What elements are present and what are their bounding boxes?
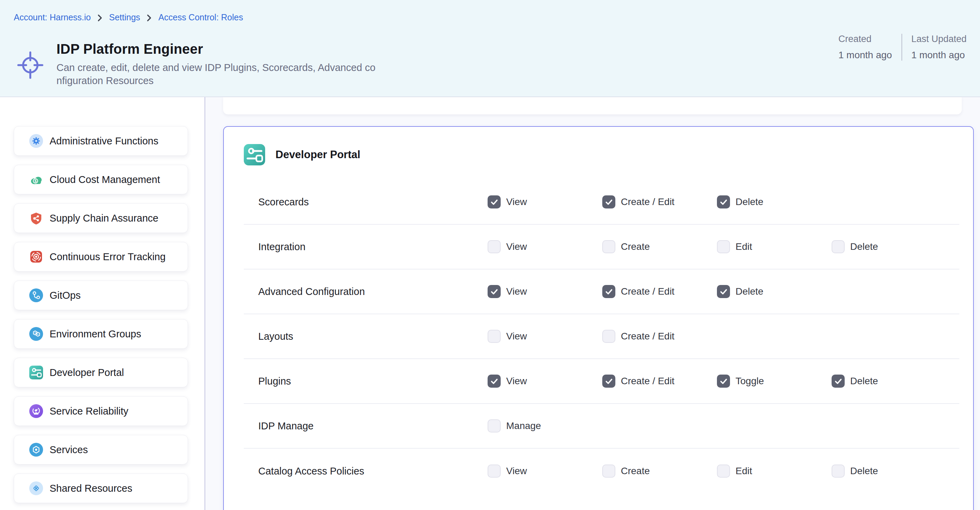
sidebar-item-gitops[interactable]: GitOps <box>14 280 188 310</box>
permission-label: Toggle <box>735 376 764 387</box>
permission-label: Edit <box>735 465 752 477</box>
permission-advanced-configuration-delete: Delete <box>717 285 832 298</box>
developer-portal-icon <box>244 144 265 166</box>
permission-plugins-view: View <box>488 375 602 388</box>
chevron-right-icon <box>147 14 152 22</box>
checkbox-create[interactable] <box>602 464 615 478</box>
breadcrumb-link-account-harness-io[interactable]: Account: Harness.io <box>14 13 91 22</box>
developer-portal-card: Developer Portal ScorecardsViewCreate / … <box>223 126 974 510</box>
checkbox-delete[interactable] <box>717 195 730 209</box>
permission-plugins-toggle: Toggle <box>717 375 832 388</box>
permission-label: Delete <box>735 286 764 297</box>
sidebar-item-environment-groups[interactable]: Environment Groups <box>14 319 188 349</box>
meta-created: Created1 month ago <box>838 34 902 61</box>
permission-catalog-access-policies-delete: Delete <box>832 464 946 478</box>
breadcrumb: Account: Harness.ioSettingsAccess Contro… <box>14 13 243 22</box>
permission-label: Create / Edit <box>621 196 675 207</box>
sidebar-item-supply-chain-assurance[interactable]: Supply Chain Assurance <box>14 203 188 233</box>
checkbox-view[interactable] <box>488 195 501 209</box>
page-header: Account: Harness.ioSettingsAccess Contro… <box>0 0 980 97</box>
checkbox-create-edit[interactable] <box>602 330 615 343</box>
permission-label: Delete <box>850 376 878 387</box>
permission-row-integration: IntegrationViewCreateEditDelete <box>244 225 959 269</box>
sidebar-item-continuous-error-tracking[interactable]: Continuous Error Tracking <box>14 242 188 271</box>
sidebar-item-label: GitOps <box>49 290 81 301</box>
sidebar-item-label: Administrative Functions <box>49 135 158 147</box>
checkbox-create[interactable] <box>602 240 615 253</box>
permission-row-plugins: PluginsViewCreate / EditToggleDelete <box>244 359 959 404</box>
permission-advanced-configuration-view: View <box>488 285 602 298</box>
breadcrumb-link-access-control-roles[interactable]: Access Control: Roles <box>158 13 243 22</box>
main-panel: Developer Portal ScorecardsViewCreate / … <box>205 97 980 510</box>
permission-scorecards-delete: Delete <box>717 195 832 209</box>
resource-sidebar: Administrative Functions$Cloud Cost Mana… <box>0 97 205 510</box>
page-title: IDP Platform Engineer <box>56 41 375 57</box>
permission-integration-create: Create <box>602 240 717 253</box>
checkbox-view[interactable] <box>488 240 501 253</box>
sidebar-item-label: Services <box>49 444 88 456</box>
checkbox-edit[interactable] <box>717 240 730 253</box>
sidebar-item-label: Environment Groups <box>49 328 141 340</box>
checkbox-view[interactable] <box>488 285 501 298</box>
permission-layouts-view: View <box>488 330 602 343</box>
meta-label: Last Updated <box>911 34 967 45</box>
sidebar-item-cloud-cost-management[interactable]: $Cloud Cost Management <box>14 165 188 194</box>
permission-idp-manage-manage: Manage <box>488 419 602 432</box>
resource-label: Scorecards <box>258 196 488 208</box>
role-description-line2: nfiguration Resources <box>56 74 375 87</box>
sidebar-item-label: Continuous Error Tracking <box>49 251 165 263</box>
checkbox-delete[interactable] <box>832 240 845 253</box>
checkbox-view[interactable] <box>488 330 501 343</box>
permission-label: Delete <box>850 465 878 477</box>
gitops-icon <box>29 288 43 302</box>
sidebar-item-services[interactable]: Services <box>14 435 188 464</box>
checkbox-view[interactable] <box>488 375 501 388</box>
chevron-right-icon <box>97 14 103 22</box>
previous-resource-card-fragment <box>223 97 962 115</box>
sidebar-item-administrative-functions[interactable]: Administrative Functions <box>14 126 188 156</box>
breadcrumb-link-settings[interactable]: Settings <box>109 13 140 22</box>
permission-layouts-create-edit: Create / Edit <box>602 330 717 343</box>
checkbox-delete[interactable] <box>832 464 845 478</box>
environment-groups-icon <box>29 327 43 341</box>
resource-label: Integration <box>258 241 488 253</box>
permission-integration-delete: Delete <box>832 240 946 253</box>
permission-row-idp-manage: IDP ManageManage <box>244 404 959 449</box>
sidebar-item-label: Cloud Cost Management <box>49 174 160 185</box>
checkbox-create-edit[interactable] <box>602 195 615 209</box>
resource-label: Advanced Configuration <box>258 286 488 297</box>
resource-label: IDP Manage <box>258 421 488 432</box>
admin-functions-icon <box>29 134 43 148</box>
permission-label: Create <box>621 241 650 252</box>
developer-portal-icon <box>29 366 43 379</box>
role-meta: Created1 month agoLast Updated1 month ag… <box>838 34 967 61</box>
sidebar-item-developer-portal[interactable]: Developer Portal <box>14 358 188 387</box>
error-tracking-icon <box>29 250 43 264</box>
permission-label: Edit <box>735 241 752 252</box>
permission-scorecards-view: View <box>488 195 602 209</box>
sidebar-item-label: Service Reliability <box>49 406 129 417</box>
checkbox-delete[interactable] <box>717 285 730 298</box>
meta-value: 1 month ago <box>911 49 967 61</box>
sidebar-item-shared-resources[interactable]: Shared Resources <box>14 473 188 503</box>
checkbox-toggle[interactable] <box>717 375 730 388</box>
meta-label: Created <box>838 34 892 45</box>
checkbox-view[interactable] <box>488 464 501 478</box>
permission-label: View <box>506 286 527 297</box>
services-icon <box>29 443 43 457</box>
meta-value: 1 month ago <box>838 49 892 61</box>
checkbox-create-edit[interactable] <box>602 375 615 388</box>
permission-label: Delete <box>850 241 878 252</box>
permission-catalog-access-policies-edit: Edit <box>717 464 832 478</box>
checkbox-create-edit[interactable] <box>602 285 615 298</box>
permission-row-scorecards: ScorecardsViewCreate / EditDelete <box>244 180 959 225</box>
permission-integration-edit: Edit <box>717 240 832 253</box>
supply-chain-icon <box>29 211 43 225</box>
permissions-table: ScorecardsViewCreate / EditDeleteIntegra… <box>244 180 959 494</box>
sidebar-item-service-reliability[interactable]: Service Reliability <box>14 396 188 426</box>
permission-scorecards-create-edit: Create / Edit <box>602 195 717 209</box>
checkbox-delete[interactable] <box>832 375 845 388</box>
permission-label: View <box>506 241 527 252</box>
checkbox-manage[interactable] <box>488 419 501 432</box>
checkbox-edit[interactable] <box>717 464 730 478</box>
